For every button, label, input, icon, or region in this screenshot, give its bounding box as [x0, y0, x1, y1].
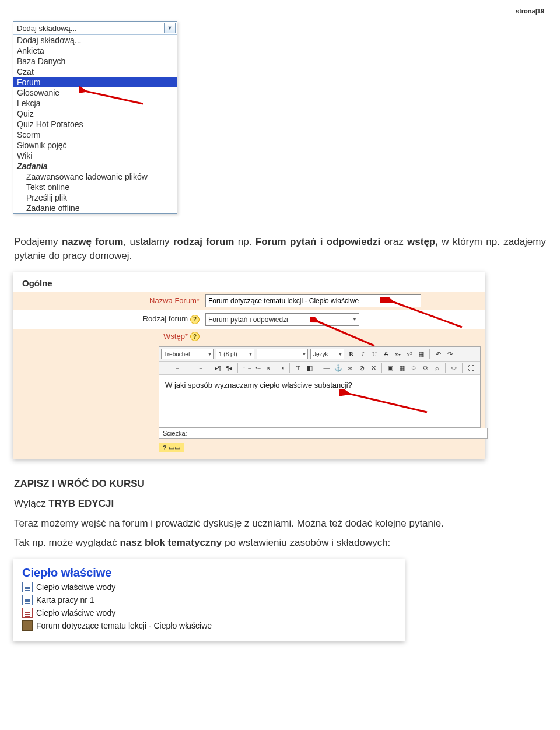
- paragraph-2: Wyłącz TRYB EDYCJI: [14, 497, 546, 511]
- resource-label: Ciepło właściwe wody: [36, 608, 116, 617]
- align-justify-button[interactable]: ≡: [196, 363, 205, 373]
- add-component-dropdown[interactable]: Dodaj składową... ▼ Dodaj składową...Ank…: [13, 21, 177, 214]
- editor-help-button[interactable]: ? ▭▭: [159, 443, 184, 452]
- char-button[interactable]: Ω: [421, 363, 430, 373]
- fullscreen-button[interactable]: ⛶: [466, 363, 475, 373]
- strike-button[interactable]: S: [382, 349, 391, 359]
- doc-icon: [22, 595, 33, 605]
- dropdown-item[interactable]: Wiki: [13, 150, 177, 161]
- svg-line-7: [348, 394, 427, 412]
- red-arrow-icon: [380, 297, 468, 332]
- anchor-button[interactable]: ⚓: [334, 363, 343, 373]
- heading-save: ZAPISZ I WRÓĆ DO KURSU: [14, 477, 546, 491]
- resource-label: Karta pracy nr 1: [36, 595, 94, 605]
- dropdown-item[interactable]: Czat: [13, 66, 177, 77]
- superscript-button[interactable]: x²: [405, 349, 414, 359]
- page-number: strona|19: [512, 6, 548, 16]
- help-icon[interactable]: ?: [190, 315, 200, 324]
- red-arrow-icon: [310, 317, 380, 352]
- align-right-button[interactable]: ☰: [184, 363, 194, 373]
- table-button[interactable]: ▦: [397, 363, 407, 373]
- resource-label: Forum dotyczące tematu lekcji - Ciepło w…: [36, 621, 212, 630]
- red-arrow-icon: [340, 389, 433, 418]
- bg-color-button[interactable]: ◧: [305, 363, 314, 373]
- outdent-button[interactable]: ⇤: [265, 363, 274, 373]
- resource-label: Ciepło właściwe wody: [36, 582, 116, 592]
- editor-toolbar-2: ☰ ≡ ☰ ≡ ▸¶ ¶◂ ⋮≡ •≡ ⇤ ⇥ T ◧ — ⚓ ∞ ⊘: [159, 362, 480, 375]
- resource-item[interactable]: Forum dotyczące tematu lekcji - Ciepło w…: [22, 619, 396, 632]
- rtl-button[interactable]: ¶◂: [225, 363, 234, 373]
- svg-line-5: [317, 321, 374, 346]
- dropdown-item: Zadania: [13, 161, 177, 171]
- doc-icon: [22, 582, 33, 592]
- subscript-button[interactable]: x₂: [393, 349, 402, 359]
- dropdown-item[interactable]: Dodaj składową...: [13, 35, 177, 45]
- hr-button[interactable]: —: [322, 363, 331, 373]
- clean-button[interactable]: ▦: [416, 349, 426, 359]
- size-select[interactable]: 1 (8 pt): [216, 349, 254, 359]
- align-center-button[interactable]: ≡: [173, 363, 182, 373]
- image-button[interactable]: ▣: [386, 363, 395, 373]
- style-select[interactable]: [257, 349, 308, 359]
- dropdown-header-text: Dodaj składową...: [17, 24, 77, 33]
- intro-label: Wstęp*?: [19, 332, 205, 342]
- paragraph-1: Podajemy nazwę forum, ustalamy rodzaj fo…: [14, 235, 546, 263]
- unordered-list-button[interactable]: •≡: [253, 363, 262, 373]
- dropdown-item[interactable]: Quiz: [13, 108, 177, 119]
- dropdown-toggle-button[interactable]: ▼: [164, 23, 176, 33]
- indent-button[interactable]: ⇥: [276, 363, 286, 373]
- ltr-button[interactable]: ▸¶: [213, 363, 222, 373]
- forum-type-label: Rodzaj forum?: [19, 314, 205, 324]
- html-button[interactable]: <>: [449, 363, 459, 373]
- dropdown-item[interactable]: Baza Danych: [13, 56, 177, 66]
- redo-button[interactable]: ↷: [445, 349, 454, 359]
- nolink-button[interactable]: ✕: [369, 363, 378, 373]
- text-color-button[interactable]: T: [293, 363, 303, 373]
- forum-name-label: Nazwa Forum*: [19, 296, 205, 305]
- pdf-icon: [22, 608, 33, 618]
- general-legend: Ogólne: [13, 272, 485, 292]
- dropdown-item[interactable]: Ankieta: [13, 45, 177, 56]
- editor-path: Ścieżka:: [159, 428, 488, 439]
- unlink-button[interactable]: ⊘: [357, 363, 366, 373]
- font-select[interactable]: Trebuchet: [161, 349, 214, 359]
- topic-block-panel: Ciepło właściwe Ciepło właściwe wodyKart…: [13, 559, 405, 641]
- svg-line-1: [85, 91, 143, 104]
- smiley-button[interactable]: ☺: [409, 363, 418, 373]
- general-settings-panel: Ogólne Nazwa Forum* Rodzaj forum? Forum …: [13, 272, 485, 460]
- dropdown-item[interactable]: Quiz Hot Potatoes: [13, 119, 177, 129]
- resource-item[interactable]: Karta pracy nr 1: [22, 594, 396, 606]
- resource-item[interactable]: Ciepło właściwe wody: [22, 606, 396, 619]
- ordered-list-button[interactable]: ⋮≡: [242, 363, 251, 373]
- resource-item[interactable]: Ciepło właściwe wody: [22, 581, 396, 594]
- svg-line-3: [392, 301, 462, 327]
- search-button[interactable]: ⌕: [432, 363, 442, 373]
- align-left-button[interactable]: ☰: [161, 363, 170, 373]
- help-icon[interactable]: ?: [190, 332, 200, 341]
- topic-title[interactable]: Ciepło właściwe: [22, 566, 396, 580]
- paragraph-3: Teraz możemy wejść na forum i prowadzić …: [14, 517, 546, 531]
- red-arrow-icon: [79, 85, 149, 108]
- dropdown-item[interactable]: Zadanie offline: [13, 203, 177, 213]
- paragraph-4: Tak np. może wyglądać nasz blok tematycz…: [14, 536, 546, 550]
- dropdown-item[interactable]: Prześlij plik: [13, 192, 177, 203]
- dropdown-item[interactable]: Słownik pojęć: [13, 140, 177, 150]
- dropdown-item[interactable]: Zaawansowane ładowanie plików: [13, 171, 177, 182]
- dropdown-item[interactable]: Scorm: [13, 129, 177, 140]
- dropdown-item[interactable]: Tekst online: [13, 182, 177, 192]
- forum-icon: [22, 620, 33, 631]
- undo-button[interactable]: ↶: [433, 349, 443, 359]
- link-button[interactable]: ∞: [345, 363, 355, 373]
